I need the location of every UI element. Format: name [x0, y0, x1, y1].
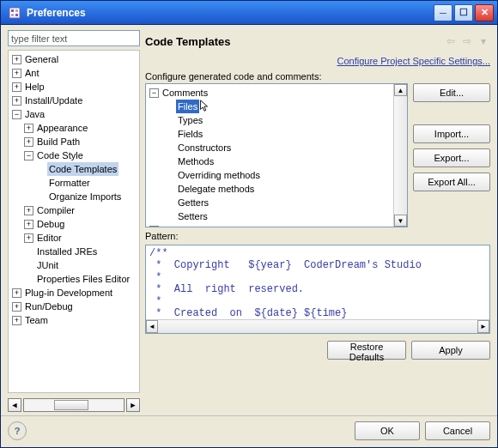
ok-button[interactable]: OK [355, 421, 420, 440]
cancel-button[interactable]: Cancel [425, 421, 490, 440]
scroll-track[interactable] [23, 398, 125, 412]
nav-item-java[interactable]: Java [23, 107, 46, 121]
nav-item-debug[interactable]: Debug [35, 217, 66, 231]
scroll-right-button[interactable]: ► [126, 398, 140, 412]
title-bar[interactable]: Preferences ─ ☐ ✕ [1, 1, 497, 25]
nav-tree[interactable]: +General +Ant +Help +Install/Update −Jav… [9, 51, 139, 392]
nav-tree-container: +General +Ant +Help +Install/Update −Jav… [8, 50, 140, 393]
export-button[interactable]: Export... [413, 148, 490, 167]
window-buttons: ─ ☐ ✕ [434, 4, 494, 21]
client-area: +General +Ant +Help +Install/Update −Jav… [1, 25, 497, 447]
dropdown-icon[interactable]: ▾ [477, 34, 490, 48]
scroll-track[interactable] [394, 96, 407, 215]
nav-back-icon[interactable]: ⇦ [444, 34, 458, 48]
spacer [24, 247, 33, 257]
page-title: Code Templates [145, 35, 444, 48]
scroll-down-button[interactable]: ▼ [394, 215, 407, 227]
tree-item-delegate[interactable]: Delegate methods [176, 182, 256, 196]
nav-item-installedjres[interactable]: Installed JREs [35, 245, 99, 258]
nav-item-install[interactable]: Install/Update [23, 94, 84, 107]
scroll-left-button[interactable]: ◄ [8, 398, 21, 412]
expand-icon[interactable]: + [24, 137, 33, 147]
tree-item-setters[interactable]: Setters [176, 209, 210, 223]
expand-icon[interactable]: + [12, 55, 21, 64]
nav-item-codestyle[interactable]: Code Style [35, 148, 85, 162]
nav-item-team[interactable]: Team [23, 313, 50, 327]
pattern-label: Pattern: [145, 231, 490, 241]
left-pane: +General +Ant +Help +Install/Update −Jav… [8, 30, 140, 412]
nav-item-appearance[interactable]: Appearance [35, 121, 89, 135]
spacer [36, 165, 46, 174]
expand-icon[interactable]: + [24, 220, 33, 229]
scroll-up-button[interactable]: ▲ [394, 84, 407, 96]
nav-item-codetemplates[interactable]: Code Templates [47, 162, 118, 176]
mouse-cursor-icon [199, 100, 210, 113]
expand-icon[interactable]: + [12, 288, 21, 298]
restore-defaults-button[interactable]: Restore Defaults [327, 341, 406, 360]
tree-item-constructors[interactable]: Constructors [176, 141, 233, 154]
import-button[interactable]: Import... [413, 124, 490, 143]
preferences-window: Preferences ─ ☐ ✕ +General +Ant +Help +I… [0, 0, 498, 448]
template-tree[interactable]: −Comments Files Types Fields Constructor… [146, 84, 393, 227]
nav-item-ant[interactable]: Ant [23, 66, 41, 80]
expand-icon[interactable]: + [24, 124, 33, 133]
tree-item-code[interactable]: Code [161, 223, 186, 227]
collapse-icon[interactable]: − [149, 88, 159, 98]
configure-label: Configure generated code and comments: [145, 71, 490, 82]
collapse-icon[interactable]: − [12, 110, 21, 119]
pattern-viewer[interactable]: /** * Copyright ${year} CoderDream's Stu… [145, 245, 490, 334]
nav-forward-icon[interactable]: ⇨ [460, 34, 474, 48]
nav-item-general[interactable]: General [23, 52, 60, 66]
expand-icon[interactable]: + [12, 69, 21, 78]
svg-rect-3 [11, 14, 14, 16]
tree-item-comments[interactable]: Comments [161, 86, 210, 100]
scroll-right-button[interactable]: ► [477, 320, 489, 333]
expand-icon[interactable]: + [12, 96, 21, 106]
collapse-icon[interactable]: − [24, 151, 33, 160]
expand-icon[interactable]: + [12, 82, 21, 92]
close-button[interactable]: ✕ [475, 4, 494, 21]
window-title: Preferences [27, 7, 434, 19]
nav-item-plugindev[interactable]: Plug-in Development [23, 286, 114, 300]
project-specific-link[interactable]: Configure Project Specific Settings... [337, 56, 490, 66]
expand-icon[interactable]: + [12, 302, 21, 312]
expand-icon[interactable]: + [12, 316, 21, 325]
pattern-hscroll[interactable]: ◄ ► [146, 319, 489, 333]
tree-item-overriding[interactable]: Overriding methods [176, 168, 262, 182]
tree-item-files[interactable]: Files [176, 100, 199, 113]
scroll-thumb[interactable] [54, 400, 88, 410]
nav-item-rundebug[interactable]: Run/Debug [23, 300, 75, 313]
scroll-track[interactable] [158, 320, 477, 333]
svg-rect-2 [15, 9, 18, 12]
export-all-button[interactable]: Export All... [413, 173, 490, 191]
help-icon[interactable]: ? [8, 421, 27, 440]
maximize-button[interactable]: ☐ [454, 4, 473, 21]
nav-item-propfiles[interactable]: Properties Files Editor [35, 272, 131, 286]
tree-item-getters[interactable]: Getters [176, 196, 210, 209]
nav-item-compiler[interactable]: Compiler [35, 203, 76, 217]
footer: ? OK Cancel [1, 415, 497, 447]
nav-item-buildpath[interactable]: Build Path [35, 135, 82, 148]
nav-item-formatter[interactable]: Formatter [47, 176, 92, 190]
filter-input[interactable] [8, 30, 140, 46]
template-tree-vscroll[interactable]: ▲ ▼ [393, 84, 407, 227]
main-area: +General +Ant +Help +Install/Update −Jav… [1, 25, 497, 412]
expand-icon[interactable]: + [149, 226, 159, 227]
tree-item-methods[interactable]: Methods [176, 154, 216, 168]
expand-icon[interactable]: + [24, 233, 33, 243]
svg-rect-4 [15, 14, 18, 16]
minimize-button[interactable]: ─ [434, 4, 452, 21]
nav-item-editor[interactable]: Editor [35, 231, 64, 245]
apply-button[interactable]: Apply [411, 341, 490, 360]
nav-item-organize[interactable]: Organize Imports [47, 190, 123, 203]
nav-item-junit[interactable]: JUnit [35, 258, 60, 272]
tree-item-types[interactable]: Types [176, 113, 204, 127]
pattern-text: /** * Copyright ${year} CoderDream's Stu… [146, 245, 489, 319]
right-pane: Code Templates ⇦ ⇨ ▾ Configure Project S… [145, 30, 490, 412]
edit-button[interactable]: Edit... [413, 83, 490, 102]
nav-item-help[interactable]: Help [23, 80, 46, 94]
scroll-left-button[interactable]: ◄ [146, 320, 158, 333]
tree-item-fields[interactable]: Fields [176, 127, 204, 141]
expand-icon[interactable]: + [24, 206, 33, 215]
nav-hscroll: ◄ ► [8, 398, 140, 412]
